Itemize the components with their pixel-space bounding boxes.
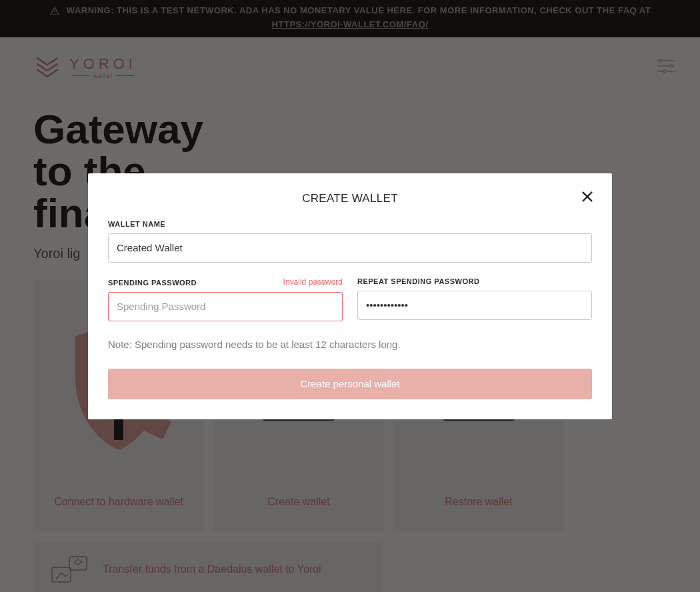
repeat-password-input[interactable] bbox=[357, 291, 592, 320]
create-personal-wallet-button[interactable]: Create personal wallet bbox=[108, 369, 592, 399]
create-wallet-modal: CREATE WALLET WALLET NAME SPENDING PASSW… bbox=[88, 173, 612, 419]
spending-password-input[interactable] bbox=[108, 292, 343, 321]
repeat-password-label: REPEAT SPENDING PASSWORD bbox=[357, 277, 479, 285]
spending-password-error: Invalid password bbox=[283, 277, 343, 287]
close-icon bbox=[580, 189, 595, 204]
modal-overlay: CREATE WALLET WALLET NAME SPENDING PASSW… bbox=[0, 0, 700, 592]
modal-close-button[interactable] bbox=[580, 189, 595, 204]
password-requirement-note: Note: Spending password needs to be at l… bbox=[108, 339, 592, 350]
wallet-name-label: WALLET NAME bbox=[108, 220, 592, 228]
spending-password-label: SPENDING PASSWORD bbox=[108, 279, 197, 287]
modal-title: CREATE WALLET bbox=[108, 192, 592, 205]
wallet-name-input[interactable] bbox=[108, 233, 592, 263]
